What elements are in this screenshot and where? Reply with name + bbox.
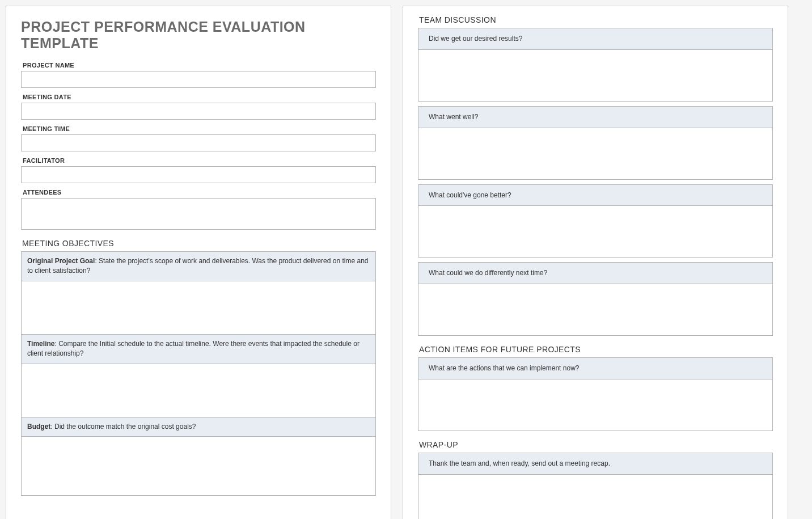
discussion-textarea[interactable] — [418, 205, 773, 258]
label-meeting-date: MEETING DATE — [23, 94, 376, 100]
discussion-textarea[interactable] — [418, 49, 773, 102]
input-facilitator[interactable] — [21, 166, 376, 183]
discussion-textarea[interactable] — [418, 284, 773, 336]
team-discussion-stack: Did we get our desired results? What wen… — [418, 28, 773, 336]
wrap-up-stack: Thank the team and, when ready, send out… — [418, 453, 773, 519]
objective-item: Timeline: Compare the Initial schedule t… — [21, 335, 376, 417]
discussion-item: Did we get our desired results? — [418, 28, 773, 102]
input-meeting-date[interactable] — [21, 103, 376, 120]
label-facilitator: FACILITATOR — [23, 157, 376, 164]
action-item: What are the actions that we can impleme… — [418, 357, 773, 431]
objective-textarea[interactable] — [21, 364, 376, 417]
input-project-name[interactable] — [21, 71, 376, 88]
document: PROJECT PERFORMANCE EVALUATION TEMPLATE … — [6, 6, 806, 519]
objective-prompt: Original Project Goal: State the project… — [21, 251, 376, 281]
action-prompt: What are the actions that we can impleme… — [418, 357, 773, 379]
discussion-item: What could've gone better? — [418, 184, 773, 258]
objective-item: Original Project Goal: State the project… — [21, 251, 376, 335]
wrapup-item: Thank the team and, when ready, send out… — [418, 453, 773, 519]
objective-label: Timeline — [27, 340, 54, 348]
discussion-item: What went well? — [418, 106, 773, 180]
discussion-prompt: What could we do differently next time? — [418, 262, 773, 284]
input-meeting-time[interactable] — [21, 134, 376, 151]
page-1: PROJECT PERFORMANCE EVALUATION TEMPLATE … — [6, 6, 391, 519]
discussion-item: What could we do differently next time? — [418, 262, 773, 336]
wrapup-prompt: Thank the team and, when ready, send out… — [418, 453, 773, 474]
label-meeting-time: MEETING TIME — [23, 125, 376, 132]
input-attendees[interactable] — [21, 198, 376, 230]
objective-label: Original Project Goal — [27, 257, 95, 265]
section-action-items: ACTION ITEMS FOR FUTURE PROJECTS — [419, 345, 773, 354]
objective-prompt: Budget: Did the outcome match the origin… — [21, 417, 376, 436]
action-items-stack: What are the actions that we can impleme… — [418, 357, 773, 431]
objective-text: : Compare the Initial schedule to the ac… — [27, 340, 360, 357]
label-attendees: ATTENDEES — [23, 189, 376, 196]
objective-label: Budget — [27, 423, 50, 431]
discussion-prompt: What went well? — [418, 106, 773, 128]
objective-textarea[interactable] — [21, 281, 376, 335]
objective-prompt: Timeline: Compare the Initial schedule t… — [21, 335, 376, 364]
discussion-textarea[interactable] — [418, 128, 773, 180]
section-team-discussion: TEAM DISCUSSION — [419, 15, 773, 24]
wrapup-textarea[interactable] — [418, 474, 773, 519]
label-project-name: PROJECT NAME — [23, 62, 376, 69]
discussion-prompt: Did we get our desired results? — [418, 28, 773, 49]
section-wrap-up: WRAP-UP — [419, 440, 773, 449]
page-title: PROJECT PERFORMANCE EVALUATION TEMPLATE — [21, 19, 376, 52]
objective-item: Budget: Did the outcome match the origin… — [21, 417, 376, 496]
page-2: TEAM DISCUSSION Did we get our desired r… — [403, 6, 788, 519]
section-meeting-objectives: MEETING OBJECTIVES — [22, 239, 376, 248]
objective-text: : Did the outcome match the original cos… — [50, 423, 196, 431]
objective-textarea[interactable] — [21, 436, 376, 496]
action-textarea[interactable] — [418, 379, 773, 431]
discussion-prompt: What could've gone better? — [418, 184, 773, 206]
